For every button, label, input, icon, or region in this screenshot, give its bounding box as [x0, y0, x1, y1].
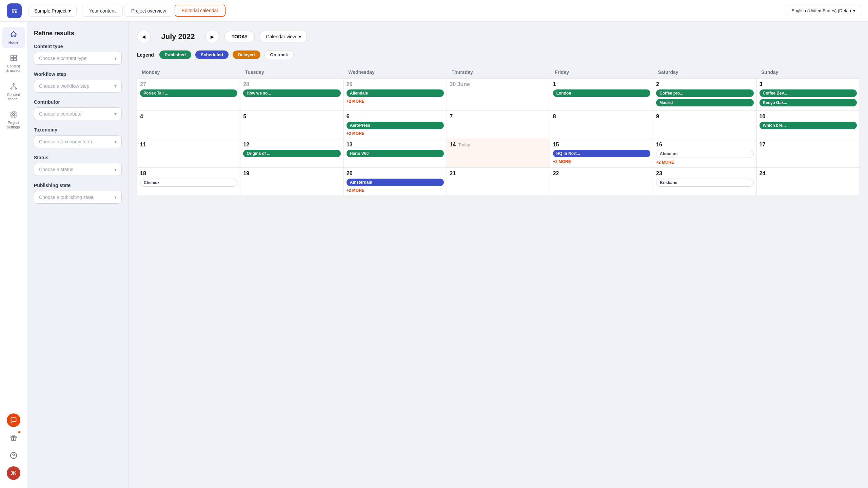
- day-number: 16: [656, 142, 753, 148]
- day-number: 20: [347, 170, 444, 177]
- content-type-select[interactable]: Choose a content type ▾: [34, 52, 122, 65]
- event-pill[interactable]: Chemex: [140, 179, 237, 187]
- calendar-day: 3Coffee Bev...Kenya Gak...: [756, 79, 860, 111]
- sidebar-item-content-assets[interactable]: Content & assets: [2, 51, 25, 76]
- event-pill[interactable]: Hario V60: [347, 150, 444, 157]
- day-number: 10: [760, 114, 857, 120]
- event-pill[interactable]: Coffee Bev...: [760, 89, 857, 97]
- filter-panel: Refine results Content type Choose a con…: [27, 22, 129, 488]
- svg-rect-7: [11, 58, 13, 61]
- header-tuesday: Tuesday: [240, 66, 343, 79]
- today-button[interactable]: TODAY: [224, 31, 255, 42]
- more-events[interactable]: +2 MORE: [347, 131, 444, 136]
- more-events[interactable]: +2 MORE: [347, 99, 444, 104]
- calendar-day: 14 Today: [447, 139, 550, 168]
- header-friday: Friday: [550, 66, 653, 79]
- event-pill[interactable]: AeroPress: [347, 122, 444, 129]
- event-pill[interactable]: Kenya Gak...: [760, 99, 857, 106]
- event-pill[interactable]: Origins of ...: [243, 150, 340, 157]
- chevron-down-icon: ▾: [114, 111, 117, 117]
- messages-button[interactable]: [7, 413, 20, 427]
- event-pill[interactable]: Coffee pro...: [656, 89, 753, 97]
- calendar-day: 4: [137, 111, 240, 139]
- event-pill[interactable]: About us: [656, 150, 753, 158]
- calendar-day: 27Porlex Tall ...: [137, 79, 240, 111]
- main-content: ◀ July 2022 ▶ TODAY Calendar view ▾ Lege…: [129, 22, 868, 488]
- event-pill[interactable]: Brisbane: [656, 179, 753, 187]
- calendar-day: 7: [447, 111, 550, 139]
- gift-button[interactable]: [7, 431, 20, 445]
- content-icon: [10, 54, 17, 63]
- status-label: Status: [34, 155, 122, 160]
- publishing-state-label: Publishing state: [34, 183, 122, 188]
- more-events[interactable]: +2 MORE: [656, 160, 753, 165]
- day-number: 8: [553, 114, 650, 120]
- svg-rect-2: [14, 9, 17, 11]
- day-number: 2: [656, 81, 753, 87]
- top-navigation: Sample Project ▾ Your content Project ov…: [0, 0, 868, 22]
- status-filter: Status Choose a status ▾: [34, 155, 122, 176]
- event-pill[interactable]: Which bre...: [760, 122, 857, 129]
- sidebar-item-settings-label: Project settings: [5, 121, 22, 129]
- taxonomy-select[interactable]: Choose a taxonomy term ▾: [34, 135, 122, 148]
- legend-label: Legend: [137, 52, 154, 58]
- content-type-label: Content type: [34, 44, 122, 49]
- calendar-day: 22: [550, 168, 653, 196]
- chevron-down-icon: ▾: [114, 56, 117, 61]
- user-avatar[interactable]: JK: [7, 466, 20, 480]
- calendar-grid: Monday Tuesday Wednesday Thursday Friday…: [137, 66, 860, 196]
- sidebar: Home Content & assets Content model Proj…: [0, 22, 27, 488]
- calendar-day: 15HQ in Nort...+2 MORE: [550, 139, 653, 168]
- day-number: 13: [347, 142, 444, 148]
- day-number: 18: [140, 170, 237, 177]
- event-pill[interactable]: Porlex Tall ...: [140, 89, 237, 97]
- gift-badge: [18, 430, 21, 434]
- next-month-button[interactable]: ▶: [205, 30, 219, 43]
- status-select[interactable]: Choose a status ▾: [34, 163, 122, 176]
- event-pill[interactable]: London: [553, 89, 650, 97]
- help-button[interactable]: [7, 449, 20, 462]
- header-saturday: Saturday: [653, 66, 756, 79]
- app-logo: [7, 3, 22, 18]
- events-column: Coffee Bev...Kenya Gak...: [760, 89, 857, 108]
- day-number: 30 June: [450, 81, 547, 87]
- tab-your-content[interactable]: Your content: [82, 5, 123, 17]
- tab-editorial-calendar[interactable]: Editorial calendar: [175, 5, 225, 17]
- svg-rect-6: [14, 55, 16, 58]
- tab-project-overview[interactable]: Project overview: [124, 5, 173, 17]
- sidebar-item-home[interactable]: Home: [2, 27, 25, 48]
- calendar-day: 17: [756, 139, 860, 168]
- event-pill[interactable]: How we so...: [243, 89, 340, 97]
- contributor-placeholder: Choose a contributor: [39, 111, 83, 117]
- view-selector[interactable]: Calendar view ▾: [260, 31, 307, 42]
- event-pill[interactable]: Allendale: [347, 89, 444, 97]
- event-pill[interactable]: HQ in Nort...: [553, 150, 650, 157]
- workflow-step-select[interactable]: Choose a workflow step ▾: [34, 80, 122, 93]
- event-pill[interactable]: Amsterdam: [347, 179, 444, 186]
- nav-tabs: Your content Project overview Editorial …: [82, 5, 786, 17]
- events-column: Brisbane: [656, 179, 753, 188]
- calendar-day: 30 June: [447, 79, 550, 111]
- day-number: 5: [243, 114, 340, 120]
- contributor-select[interactable]: Choose a contributor ▾: [34, 107, 122, 120]
- more-events[interactable]: +2 MORE: [553, 159, 650, 164]
- project-selector[interactable]: Sample Project ▾: [28, 5, 77, 17]
- event-pill[interactable]: Madrid: [656, 99, 753, 106]
- calendar-day: 12Origins of ...: [240, 139, 343, 168]
- publishing-state-filter: Publishing state Choose a publishing sta…: [34, 183, 122, 204]
- sidebar-item-content-model[interactable]: Content model: [2, 79, 25, 105]
- sidebar-item-project-settings[interactable]: Project settings: [2, 107, 25, 133]
- calendar-day: 20Amsterdam+2 MORE: [343, 168, 447, 196]
- publishing-state-select[interactable]: Choose a publishing state ▾: [34, 191, 122, 204]
- language-selector[interactable]: English (United States) (Defau ▾: [786, 5, 861, 16]
- app-layout: Home Content & assets Content model Proj…: [0, 22, 868, 488]
- prev-month-button[interactable]: ◀: [137, 30, 151, 43]
- settings-icon: [10, 111, 17, 119]
- legend-on-track: On track: [264, 50, 294, 59]
- day-number: 3: [760, 81, 857, 87]
- more-events[interactable]: +2 MORE: [347, 188, 444, 193]
- day-number: 1: [553, 81, 650, 87]
- calendar-day: 6AeroPress+2 MORE: [343, 111, 447, 139]
- calendar-body: 27Porlex Tall ...28How we so...29Allenda…: [137, 79, 860, 196]
- sidebar-item-home-label: Home: [8, 40, 18, 45]
